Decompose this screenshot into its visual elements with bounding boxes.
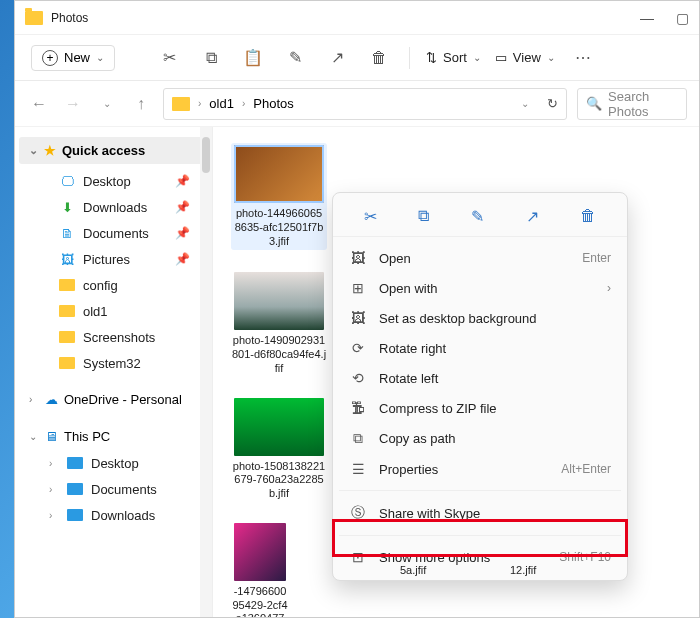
thispc-item-downloads[interactable]: ›Downloads: [15, 502, 212, 528]
command-bar: + New ⌄ ✂ ⧉ 📋 ✎ ↗ 🗑 ⇅ Sort ⌄ ▭ View ⌄ ⋯: [15, 35, 699, 81]
plus-icon: +: [42, 50, 58, 66]
chevron-down-icon: ⌄: [29, 431, 39, 442]
this-pc-label: This PC: [64, 429, 110, 444]
sidebar-item-screenshots[interactable]: Screenshots: [15, 324, 212, 350]
sidebar-item-downloads[interactable]: ⬇Downloads📌: [15, 194, 212, 220]
share-button[interactable]: ↗: [319, 48, 355, 67]
copy-button[interactable]: ⧉: [193, 49, 229, 67]
menu-item-share-with-skype[interactable]: ⓈShare with Skype: [333, 497, 627, 529]
menu-item-label: Share with Skype: [379, 506, 480, 521]
cut-button[interactable]: ✂: [151, 48, 187, 67]
file-item[interactable]: photo-1490902931801-d6f80ca94fe4.jfif: [231, 272, 327, 375]
file-item[interactable]: photo-1508138221679-760a23a2285b.jfif: [231, 398, 327, 501]
address-bar[interactable]: › old1 › Photos ⌄ ↻: [163, 88, 567, 120]
minimize-button[interactable]: —: [640, 10, 654, 26]
pictures-icon: 🖼: [59, 251, 75, 267]
chevron-icon: ›: [49, 458, 59, 469]
menu-item-set-as-desktop-background[interactable]: 🖼Set as desktop background: [333, 303, 627, 333]
delete-button[interactable]: 🗑: [361, 49, 397, 67]
sidebar-item-desktop[interactable]: 🖵Desktop📌: [15, 168, 212, 194]
thispc-item-documents[interactable]: ›Documents: [15, 476, 212, 502]
nav-pane: ⌄ ★ Quick access 🖵Desktop📌⬇Downloads📌🗎Do…: [15, 127, 213, 617]
folder-icon: [59, 303, 75, 319]
sort-icon: ⇅: [426, 50, 437, 65]
pin-icon: 📌: [175, 252, 190, 266]
thispc-item-desktop[interactable]: ›Desktop: [15, 450, 212, 476]
sort-button[interactable]: ⇅ Sort ⌄: [422, 46, 485, 69]
forward-button[interactable]: →: [61, 95, 85, 113]
skype-icon: Ⓢ: [349, 504, 367, 522]
chevron-icon: ›: [49, 510, 59, 521]
folder-icon: [59, 277, 75, 293]
breadcrumb-part[interactable]: old1: [209, 96, 234, 111]
title-bar: Photos — ▢: [15, 1, 699, 35]
menu-item-label: Rotate right: [379, 341, 446, 356]
sidebar-item-label: config: [83, 278, 118, 293]
menu-item-compress-to-zip-file[interactable]: 🗜Compress to ZIP file: [333, 393, 627, 423]
sidebar-item-system32[interactable]: System32: [15, 350, 212, 376]
zip-icon: 🗜: [349, 400, 367, 416]
sidebar-item-documents[interactable]: 🗎Documents📌: [15, 220, 212, 246]
sidebar-item-old1[interactable]: old1: [15, 298, 212, 324]
menu-item-rotate-right[interactable]: ⟳Rotate right: [333, 333, 627, 363]
openwith-icon: ⊞: [349, 280, 367, 296]
file-name: photo-1490902931801-d6f80ca94fe4.jfif: [231, 334, 327, 375]
sidebar-item-label: Documents: [91, 482, 157, 497]
refresh-button[interactable]: ↻: [547, 96, 558, 111]
chevron-down-icon[interactable]: ⌄: [521, 98, 529, 109]
new-button[interactable]: + New ⌄: [31, 45, 115, 71]
menu-item-open[interactable]: 🖼OpenEnter: [333, 243, 627, 273]
shortcut-label: Alt+Enter: [561, 462, 611, 476]
sidebar-item-label: Desktop: [91, 456, 139, 471]
rename-button[interactable]: ✎: [277, 48, 313, 67]
this-pc-item[interactable]: ⌄ 🖥 This PC: [15, 423, 212, 450]
context-menu: ✂ ⧉ ✎ ↗ 🗑 🖼OpenEnter⊞Open with›🖼Set as d…: [332, 192, 628, 581]
star-icon: ★: [44, 143, 56, 158]
sort-label: Sort: [443, 50, 467, 65]
file-item[interactable]: photo-1449660658635-afc12501f7b3.jfif: [231, 143, 327, 250]
folder-icon: [172, 97, 190, 111]
search-placeholder: Search Photos: [608, 89, 678, 119]
breadcrumb-part[interactable]: Photos: [253, 96, 293, 111]
thumbnail-image: [234, 145, 324, 203]
sidebar-item-label: Downloads: [83, 200, 147, 215]
file-name: photo-1508138221679-760a23a2285b.jfif: [231, 460, 327, 501]
menu-item-rotate-left[interactable]: ⟲Rotate left: [333, 363, 627, 393]
paste-button[interactable]: 📋: [235, 48, 271, 67]
more-button[interactable]: ⋯: [565, 48, 601, 67]
search-input[interactable]: 🔍 Search Photos: [577, 88, 687, 120]
sidebar-item-label: System32: [83, 356, 141, 371]
back-button[interactable]: ←: [27, 95, 51, 113]
menu-item-properties[interactable]: ☰PropertiesAlt+Enter: [333, 454, 627, 484]
cm-copy-button[interactable]: ⧉: [418, 207, 429, 226]
folder-icon: [67, 507, 83, 523]
chevron-down-icon: ⌄: [29, 144, 38, 157]
sidebar-item-pictures[interactable]: 🖼Pictures📌: [15, 246, 212, 272]
file-item[interactable]: -1479660095429-2cf4e13604772.jfif: [231, 523, 289, 617]
chevron-icon: ›: [29, 394, 39, 405]
menu-item-label: Open with: [379, 281, 438, 296]
copypath-icon: ⧉: [349, 430, 367, 447]
sidebar-scrollbar[interactable]: [200, 127, 212, 617]
menu-item-label: Rotate left: [379, 371, 438, 386]
view-button[interactable]: ▭ View ⌄: [491, 46, 559, 69]
cm-share-button[interactable]: ↗: [526, 207, 539, 226]
folder-icon: [67, 455, 83, 471]
up-button[interactable]: ↑: [129, 95, 153, 113]
cloud-icon: ☁: [45, 392, 58, 407]
quick-access-header[interactable]: ⌄ ★ Quick access: [19, 137, 204, 164]
cm-delete-button[interactable]: 🗑: [580, 207, 596, 226]
chevron-icon: ›: [49, 484, 59, 495]
onedrive-item[interactable]: › ☁ OneDrive - Personal: [15, 386, 212, 413]
menu-item-copy-as-path[interactable]: ⧉Copy as path: [333, 423, 627, 454]
recent-button[interactable]: ⌄: [95, 98, 119, 109]
rotate-r-icon: ⟳: [349, 340, 367, 356]
maximize-button[interactable]: ▢: [676, 10, 689, 26]
sidebar-item-config[interactable]: config: [15, 272, 212, 298]
cm-cut-button[interactable]: ✂: [364, 207, 377, 226]
menu-item-label: Properties: [379, 462, 438, 477]
menu-item-open-with[interactable]: ⊞Open with›: [333, 273, 627, 303]
nav-bar: ← → ⌄ ↑ › old1 › Photos ⌄ ↻ 🔍 Search Pho…: [15, 81, 699, 127]
menu-item-show-more-options[interactable]: ⊡Show more optionsShift+F10: [333, 542, 627, 572]
cm-rename-button[interactable]: ✎: [471, 207, 484, 226]
